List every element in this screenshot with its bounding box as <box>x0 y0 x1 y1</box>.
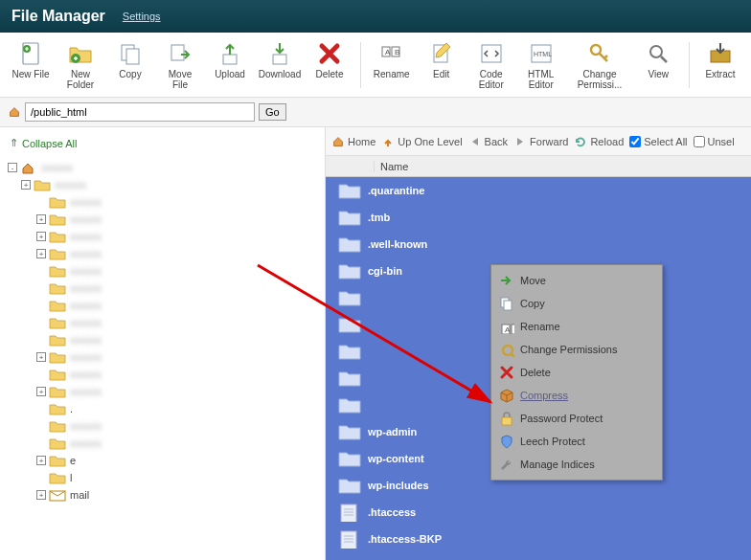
file-row[interactable]: .well-known <box>326 231 751 258</box>
tree-row[interactable]: +xxxxxx <box>4 383 321 400</box>
folder-icon <box>49 230 66 243</box>
folder-icon <box>49 437 66 450</box>
tree-row[interactable]: xxxxxx <box>4 280 321 297</box>
nav-forward[interactable]: Forward <box>513 135 568 148</box>
folder-icon <box>331 288 368 307</box>
ctx-move[interactable]: Move <box>493 269 660 292</box>
nav-unselect[interactable]: Unsel <box>694 136 735 147</box>
delete-icon <box>316 40 343 67</box>
folder-icon <box>331 261 368 280</box>
file-row[interactable]: .htaccess <box>326 499 751 526</box>
folder-icon <box>49 333 66 347</box>
ctx-compress[interactable]: Compress <box>493 384 660 407</box>
tree-row[interactable]: xxxxxx <box>4 366 321 383</box>
folder-icon <box>49 247 66 260</box>
nav-up[interactable]: Up One Level <box>381 135 462 148</box>
ctx-leech[interactable]: Leech Protect <box>493 430 660 453</box>
toolbar-delete[interactable]: Delete <box>307 38 353 81</box>
toolbar-new-folder[interactable]: New Folder <box>57 38 103 92</box>
toolbar-change-perms[interactable]: Change Permissi... <box>568 38 632 92</box>
code-editor-icon <box>478 40 505 67</box>
tree-row[interactable]: +xxxxxx <box>4 211 321 228</box>
folder-icon <box>331 208 368 227</box>
tree-toggle-icon[interactable]: + <box>36 456 46 465</box>
tree-row[interactable]: +xxxxxx <box>4 348 321 366</box>
file-icon <box>331 503 368 522</box>
nav-reload[interactable]: Reload <box>574 135 624 148</box>
toolbar-view[interactable]: View <box>635 38 681 81</box>
column-name[interactable]: Name <box>374 161 751 172</box>
folder-icon <box>331 181 368 200</box>
html-editor-icon <box>528 40 555 67</box>
tree-row[interactable]: xxxxxx <box>4 331 321 348</box>
toolbar-move-file[interactable]: Move File <box>157 38 203 92</box>
path-input[interactable] <box>25 102 255 122</box>
nav-back[interactable]: Back <box>468 135 508 148</box>
tree-toggle-icon[interactable]: + <box>36 249 46 258</box>
tree-toggle-icon[interactable]: + <box>36 232 46 241</box>
toolbar-download[interactable]: Download <box>257 38 303 81</box>
folder-icon <box>49 402 66 415</box>
context-menu: MoveCopyRenameChange PermissionsDeleteCo… <box>490 264 663 481</box>
toolbar-code-editor[interactable]: Code Editor <box>468 38 514 92</box>
tree-row[interactable]: +xxxxxx <box>4 228 321 245</box>
tree-row[interactable]: -xxxxxx <box>4 159 321 176</box>
tree-row[interactable]: xxxxxx <box>4 297 321 314</box>
tree-row[interactable]: xxxxxx <box>4 435 321 452</box>
ctx-password[interactable]: Password Protect <box>493 407 660 430</box>
tree-toggle-icon[interactable]: + <box>36 214 46 224</box>
toolbar-new-file[interactable]: New File <box>8 38 54 81</box>
tree-toggle-icon[interactable]: + <box>36 352 46 362</box>
tree-toggle-icon[interactable]: + <box>36 490 46 500</box>
toolbar-html-editor[interactable]: HTML Editor <box>518 38 564 92</box>
nav-home[interactable]: Home <box>331 135 376 148</box>
nav-select-all[interactable]: Select All <box>629 136 687 147</box>
ctx-rename[interactable]: Rename <box>493 315 660 338</box>
perms-icon <box>499 342 514 357</box>
tree-toggle-icon[interactable]: + <box>36 387 46 396</box>
tree-row[interactable]: xxxxxx <box>4 417 321 435</box>
tree-row[interactable]: +xxxxxx <box>4 245 321 262</box>
tree-row[interactable]: l <box>4 469 321 486</box>
ctx-delete[interactable]: Delete <box>493 361 660 384</box>
folder-icon <box>49 213 66 226</box>
select-all-checkbox[interactable] <box>629 136 641 147</box>
toolbar-rename[interactable]: Rename <box>369 38 415 81</box>
toolbar-extract[interactable]: Extract <box>697 38 743 81</box>
tree-row[interactable]: +e <box>4 452 321 469</box>
file-row[interactable]: .quarantine <box>326 177 751 204</box>
unselect-checkbox[interactable] <box>694 136 705 147</box>
toolbar-edit[interactable]: Edit <box>419 38 465 81</box>
tree-row[interactable]: +xxxxxx <box>4 176 321 193</box>
file-row[interactable]: .htaccess-BKP <box>326 526 751 552</box>
folder-icon <box>331 315 368 334</box>
folder-icon <box>34 178 51 191</box>
toolbar-copy[interactable]: Copy <box>107 38 153 81</box>
password-icon <box>499 411 514 426</box>
tree-row[interactable]: xxxxxx <box>4 193 321 211</box>
collapse-all[interactable]: ⇑ Collapse All <box>4 133 321 153</box>
tree-toggle-icon[interactable]: + <box>21 180 31 190</box>
tree-row[interactable]: +mail <box>4 486 321 504</box>
compress-icon <box>499 388 514 403</box>
tree-row[interactable]: xxxxxx <box>4 314 321 331</box>
folder-icon <box>49 385 66 398</box>
new-folder-icon <box>67 40 94 67</box>
new-file-icon <box>17 40 44 67</box>
file-icon <box>331 529 368 549</box>
toolbar-upload[interactable]: Upload <box>207 38 253 81</box>
ctx-indices[interactable]: Manage Indices <box>493 453 660 476</box>
go-button[interactable]: Go <box>259 103 286 121</box>
ctx-copy[interactable]: Copy <box>493 292 660 315</box>
tree-toggle-icon[interactable]: - <box>8 163 17 172</box>
file-row[interactable]: .tmb <box>326 204 751 231</box>
ctx-perms[interactable]: Change Permissions <box>493 338 660 361</box>
edit-icon <box>428 40 455 67</box>
tree-row[interactable]: . <box>4 400 321 417</box>
folder-icon <box>49 299 66 312</box>
view-icon <box>645 40 671 67</box>
tree-row[interactable]: xxxxxx <box>4 262 321 280</box>
extract-icon <box>707 40 734 67</box>
settings-link[interactable]: Settings <box>123 11 161 22</box>
folder-icon <box>49 281 66 295</box>
